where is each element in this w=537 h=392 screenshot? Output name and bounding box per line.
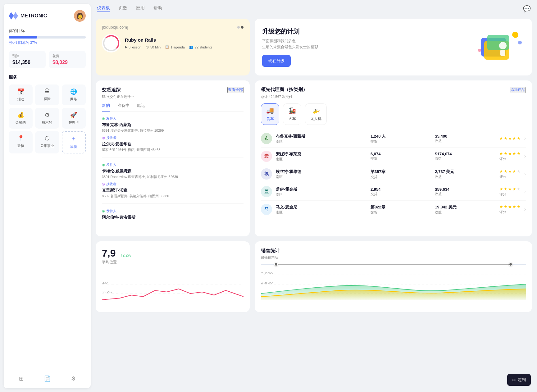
service-finance[interactable]: 💰 金融的 <box>9 108 33 129</box>
sender-addr-2: 3891 Ranchview 理查森博士, 加利福尼亚州 62639 <box>102 175 243 179</box>
add-product-button[interactable]: 添加产品 <box>510 87 526 93</box>
dealer-revenue: $174,074 收益 <box>435 152 495 161</box>
notification-icon[interactable]: 💬 <box>523 5 531 12</box>
dealer-rating: ★★★★★ <box>499 136 521 141</box>
dealer-rows: 布 布鲁克林-西蒙斯 南区 1,240 人 交货 $5,400 收益 ★★★★★… <box>261 130 526 218</box>
sender-role-2: ◉ 发件人 <box>102 162 243 167</box>
tab-shipping[interactable]: 船运 <box>137 103 145 112</box>
course-url-text: [biqubiqu.com] <box>102 25 128 30</box>
dealer-arrow-icon[interactable]: › <box>524 171 526 177</box>
service-label-network: 网络 <box>70 97 77 102</box>
course-details: Ruby on Rails ▶ 3 lesson ⏱ 50 Min 📋 1 a <box>125 37 243 49</box>
star-full: ★ <box>512 136 516 141</box>
star-full: ★ <box>499 151 503 156</box>
sales-title: 销售统计 <box>261 248 280 254</box>
stats-more-button[interactable]: ··· <box>134 252 138 258</box>
service-tech[interactable]: ⚙ 技术的 <box>35 108 59 129</box>
goal-percentage: 已达到目标的 37% <box>9 40 86 45</box>
upgrade-title: 升级您的计划 <box>262 27 318 36</box>
sales-header: 销售统计 ··· <box>261 248 526 254</box>
receiver-role-2: ◎ 接收者 <box>102 182 243 186</box>
settings-icon[interactable]: ⚙ <box>71 375 76 382</box>
dealer-tab-train[interactable]: 🚂 火车 <box>283 103 301 125</box>
shipment-item-1: ◉ 发件人 布鲁克林-西蒙斯 6391 埃尔金圣塞莱斯蒂, 特拉华州 10299… <box>102 116 243 157</box>
sales-more-button[interactable]: ··· <box>521 248 526 254</box>
tab-preparing[interactable]: 准备中 <box>117 103 130 112</box>
sales-slider[interactable] <box>261 264 526 265</box>
sidebar-footer: ⊞ 📄 ⚙ <box>9 370 86 382</box>
nav-help[interactable]: 帮助 <box>153 5 162 12</box>
students-icon: 👥 <box>189 45 193 49</box>
star-full: ★ <box>499 136 503 141</box>
customize-button[interactable]: ⚙ 定制 <box>507 374 531 386</box>
nav-apps[interactable]: 应用 <box>136 5 145 12</box>
top-nav: 仪表板 页数 应用 帮助 💬 <box>96 0 532 17</box>
star-full: ★ <box>504 136 507 141</box>
user-avatar[interactable]: 👩 <box>74 10 86 22</box>
nav-dashboard[interactable]: 仪表板 <box>97 5 110 12</box>
add-icon: + <box>72 135 75 143</box>
star-empty: ★ <box>517 169 521 174</box>
view-all-button[interactable]: 查看全部 <box>227 87 243 93</box>
service-utility[interactable]: ⬡ 公用事业 <box>35 131 59 153</box>
shipment-header: 交货追踪 查看全部 <box>102 87 243 93</box>
dealers-total: 总计 424,567 次交付 <box>261 94 526 99</box>
upgrade-desc: 平面插图和我们多色 生动的未混合紫色头发女士的精彩 <box>262 38 318 50</box>
sales-subtitle: 最畅销产品 <box>261 255 526 260</box>
svg-rect-7 <box>500 50 505 56</box>
stats-change: ↑2.2% <box>121 253 131 258</box>
star-full: ★ <box>508 187 512 191</box>
nav-pages[interactable]: 页数 <box>119 5 127 12</box>
dealer-arrow-icon[interactable]: › <box>524 207 526 212</box>
dealer-arrow-icon[interactable]: › <box>524 153 526 159</box>
students-meta: 👥 72 students <box>189 45 212 49</box>
service-care[interactable]: 🚀 护理卡 <box>62 108 86 129</box>
progress-ring <box>103 35 119 51</box>
star-full: ★ <box>499 169 503 174</box>
dealer-avatar: 盖 <box>261 186 272 197</box>
upgrade-button[interactable]: 现在升级 <box>262 55 291 67</box>
upgrade-desc-line2: 生动的未混合紫色头发女士的精彩 <box>262 45 318 49</box>
course-url-bar: [biqubiqu.com] <box>102 25 243 30</box>
dealer-row: 布 布鲁克林-西蒙斯 南区 1,240 人 交货 $5,400 收益 ★★★★★… <box>261 130 526 148</box>
dealer-avatar: 布 <box>261 133 272 144</box>
dealer-tab-drone-label: 无人机 <box>310 116 321 121</box>
calendar-icon: 📅 <box>17 88 24 95</box>
upgrade-card: 升级您的计划 平面插图和我们多色 生动的未混合紫色头发女士的精彩 现在升级 <box>255 19 532 75</box>
circle-check-icon-3: ◉ <box>102 209 105 213</box>
svg-text:2,500: 2,500 <box>261 281 273 285</box>
tab-new[interactable]: 新的 <box>102 103 110 112</box>
dealer-transactions: 6,074 交货 <box>371 152 431 161</box>
star-full: ★ <box>504 187 507 191</box>
dealer-transactions: 第822章 交货 <box>371 204 431 215</box>
service-label-tech: 技术的 <box>42 120 52 125</box>
lessons-text: 3 lesson <box>129 45 141 49</box>
dealers-card: 领先代理商（按类别） 添加产品 总计 424,567 次交付 🚚 货车 🚂 火车… <box>255 80 532 236</box>
service-insurance[interactable]: 🏛 保险 <box>35 84 59 105</box>
layers-icon[interactable]: ⊞ <box>19 375 24 382</box>
dealer-row: 盖 盖伊-霍金斯 南区 2,954 交货 $59,634 收益 ★★★★★ 评分… <box>261 183 526 201</box>
dealer-avatar: 安 <box>261 151 272 162</box>
dealer-arrow-icon[interactable]: › <box>524 136 526 141</box>
expense-label: 花费 <box>52 54 82 58</box>
dealer-revenue: $59,634 收益 <box>435 187 495 196</box>
dealer-transactions: 2,954 交货 <box>371 187 431 196</box>
bottom-content-grid: 交货追踪 查看全部 56 次交付正在进行中 新的 准备中 船运 ◉ 发件人 布鲁… <box>96 80 532 236</box>
star-full: ★ <box>517 136 521 141</box>
star-full: ★ <box>508 169 512 174</box>
hospitality-icon: 📍 <box>17 135 24 142</box>
sidebar: METRONIC 👩 你的目标 已达到目标的 37% 预算 $14,350 花费… <box>4 4 91 388</box>
service-hospitality[interactable]: 📍 款待 <box>9 131 33 153</box>
service-activity[interactable]: 📅 活动 <box>9 84 33 105</box>
file-icon[interactable]: 📄 <box>44 375 51 382</box>
dealer-tab-truck[interactable]: 🚚 货车 <box>261 103 279 125</box>
dealer-tab-drone[interactable]: 🚁 无人机 <box>305 103 327 125</box>
dealer-arrow-icon[interactable]: › <box>524 189 526 194</box>
dealer-tabs: 🚚 货车 🚂 火车 🚁 无人机 <box>261 103 526 125</box>
expense-card: 花费 $8,029 <box>49 51 86 68</box>
sidebar-header: METRONIC 👩 <box>9 10 86 22</box>
course-dots <box>237 26 243 29</box>
lessons-icon: ▶ <box>125 45 127 49</box>
service-network[interactable]: 🌐 网络 <box>62 84 86 105</box>
service-add-new[interactable]: + 添新 <box>62 131 86 153</box>
